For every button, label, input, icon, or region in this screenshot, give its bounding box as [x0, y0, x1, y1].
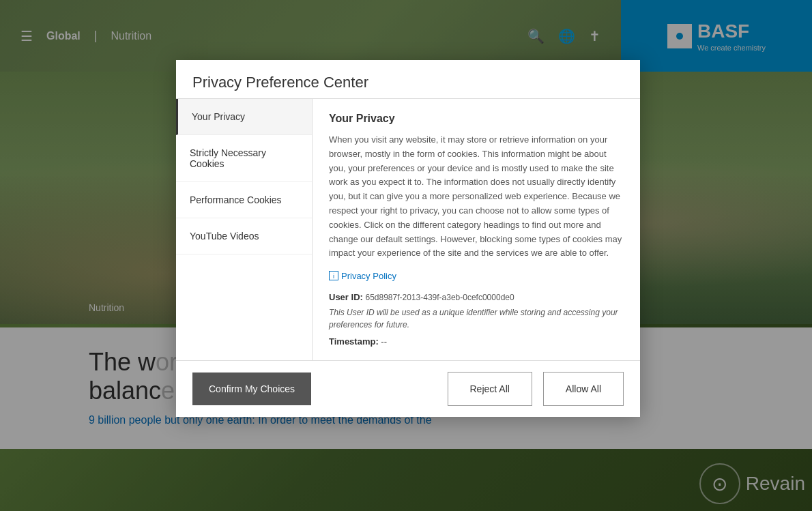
modal-header: Privacy Preference Center [176, 60, 640, 99]
reject-all-button[interactable]: Reject All [448, 372, 532, 406]
sidebar-item-performance[interactable]: Performance Cookies [176, 182, 312, 218]
sidebar-item-youtube[interactable]: YouTube Videos [176, 218, 312, 254]
user-id-value: 65d8987f-2013-439f-a3eb-0cefc0000de0 [365, 293, 514, 302]
content-description: When you visit any website, it may store… [329, 133, 624, 261]
modal-right-content: Your Privacy When you visit any website,… [313, 99, 640, 360]
timestamp-value: -- [381, 336, 387, 347]
modal-footer: Confirm My Choices Reject All Allow All [176, 360, 640, 417]
privacy-preference-modal: Privacy Preference Center Your Privacy S… [176, 60, 640, 417]
modal-title: Privacy Preference Center [192, 74, 624, 91]
user-info-block: User ID: 65d8987f-2013-439f-a3eb-0cefc00… [329, 292, 624, 347]
content-section-title: Your Privacy [329, 113, 624, 125]
sidebar-item-strictly-necessary[interactable]: Strictly Necessary Cookies [176, 135, 312, 182]
user-id-row: User ID: 65d8987f-2013-439f-a3eb-0cefc00… [329, 292, 624, 302]
user-id-note: This User ID will be used as a unique id… [329, 306, 624, 331]
timestamp-row: Timestamp: -- [329, 336, 624, 347]
user-id-label: User ID: [329, 292, 363, 302]
timestamp-label: Timestamp: [329, 336, 379, 347]
allow-all-button[interactable]: Allow All [543, 372, 624, 406]
modal-sidebar: Your Privacy Strictly Necessary Cookies … [176, 99, 313, 360]
sidebar-item-your-privacy[interactable]: Your Privacy [176, 99, 312, 135]
privacy-policy-link[interactable]: i Privacy Policy [329, 271, 396, 281]
privacy-policy-label: Privacy Policy [341, 271, 396, 281]
modal-body: Your Privacy Strictly Necessary Cookies … [176, 99, 640, 360]
link-icon: i [329, 271, 338, 280]
confirm-choices-button[interactable]: Confirm My Choices [192, 373, 311, 405]
